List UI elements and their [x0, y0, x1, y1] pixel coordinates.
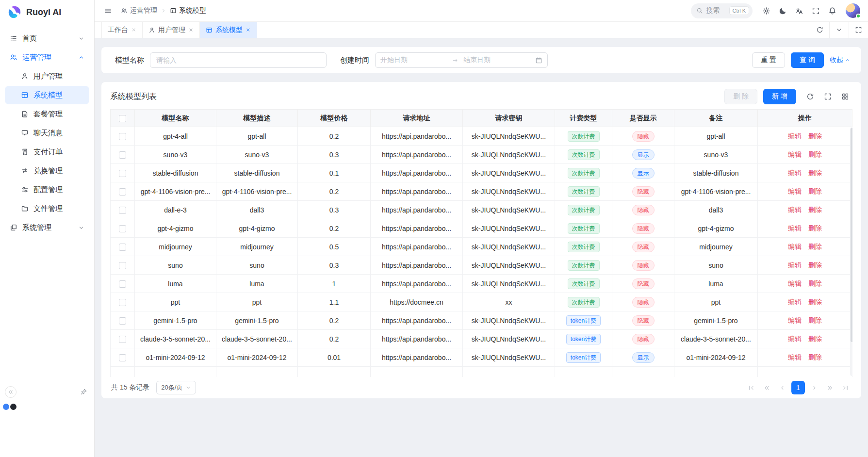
sidebar-item-pay-orders[interactable]: 支付订单: [5, 143, 89, 161]
edit-link[interactable]: 编辑: [788, 261, 802, 269]
query-button[interactable]: 查 询: [791, 52, 824, 68]
table-scrollbar[interactable]: [850, 127, 852, 376]
row-checkbox[interactable]: [119, 299, 126, 306]
delete-link[interactable]: 删除: [808, 132, 822, 140]
collapse-filter-link[interactable]: 收起: [830, 56, 851, 65]
visibility-badge: 隐藏: [632, 223, 655, 234]
sidebar-item-operations[interactable]: 运营管理: [5, 48, 89, 66]
delete-link[interactable]: 删除: [808, 206, 822, 213]
search-input[interactable]: 搜索 Ctrl K: [691, 3, 753, 18]
page-fast-prev-button[interactable]: [760, 381, 773, 394]
hamburger-button[interactable]: [99, 2, 116, 19]
delete-link[interactable]: 删除: [808, 243, 822, 250]
close-icon[interactable]: [131, 27, 136, 33]
dark-mode-button[interactable]: [774, 2, 791, 19]
row-checkbox[interactable]: [119, 317, 126, 325]
edit-link[interactable]: 编辑: [788, 132, 802, 140]
add-button[interactable]: 新 增: [763, 89, 796, 104]
row-checkbox[interactable]: [119, 280, 126, 288]
model-price-cell: 0.2: [298, 330, 371, 348]
page-last-button[interactable]: [839, 381, 852, 394]
edit-link[interactable]: 编辑: [788, 335, 802, 343]
table-columns-button[interactable]: [838, 89, 852, 104]
tabbar-refresh-button[interactable]: [810, 22, 829, 38]
scrollbar-thumb[interactable]: [851, 128, 852, 342]
row-checkbox[interactable]: [119, 336, 126, 343]
table-refresh-button[interactable]: [803, 89, 818, 104]
page-next-button[interactable]: [808, 381, 820, 394]
row-checkbox[interactable]: [119, 354, 126, 361]
select-all-checkbox[interactable]: [119, 115, 126, 122]
model-name-input[interactable]: [150, 52, 327, 68]
edit-link[interactable]: 编辑: [788, 353, 802, 361]
delete-link[interactable]: 删除: [808, 316, 822, 324]
sidebar-item-home[interactable]: 首页: [5, 29, 89, 48]
row-checkbox[interactable]: [119, 170, 126, 177]
breadcrumb-item[interactable]: 系统模型: [170, 6, 206, 15]
table-fullscreen-button[interactable]: [820, 89, 835, 104]
edit-link[interactable]: 编辑: [788, 243, 802, 250]
tab-models[interactable]: 系统模型: [200, 22, 257, 38]
tabbar-more-button[interactable]: [829, 22, 849, 38]
delete-link[interactable]: 删除: [808, 187, 822, 195]
date-range-input[interactable]: 开始日期 结束日期: [375, 52, 548, 68]
sidebar-item-files[interactable]: 文件管理: [5, 199, 89, 218]
row-checkbox[interactable]: [119, 133, 126, 140]
delete-link[interactable]: 删除: [808, 353, 822, 361]
delete-link[interactable]: 删除: [808, 224, 822, 232]
row-checkbox[interactable]: [119, 207, 126, 214]
edit-link[interactable]: 编辑: [788, 279, 802, 287]
edit-link[interactable]: 编辑: [788, 150, 802, 158]
avatar[interactable]: [846, 3, 860, 18]
page-fast-next-button[interactable]: [823, 381, 836, 394]
language-button[interactable]: [791, 2, 807, 19]
row-checkbox[interactable]: [119, 244, 126, 251]
edit-link[interactable]: 编辑: [788, 169, 802, 177]
delete-link[interactable]: 删除: [808, 169, 822, 177]
page-size-select[interactable]: 20条/页: [156, 381, 196, 394]
logo: Ruoyi AI: [0, 0, 94, 24]
edit-link[interactable]: 编辑: [788, 316, 802, 324]
table-row: pptppt1.1https://docmee.cnxx次数计费隐藏ppt编辑删…: [111, 293, 852, 311]
settings-button[interactable]: [758, 2, 774, 19]
page-prev-button[interactable]: [776, 381, 788, 394]
tab-users[interactable]: 用户管理: [143, 22, 200, 38]
sidebar-collapse-button[interactable]: [5, 386, 16, 398]
delete-link[interactable]: 删除: [808, 298, 822, 306]
row-checkbox[interactable]: [119, 225, 126, 232]
billing-type-tag: 次数计费: [568, 278, 600, 289]
edit-link[interactable]: 编辑: [788, 298, 802, 306]
row-checkbox[interactable]: [119, 151, 126, 159]
notifications-button[interactable]: [824, 2, 840, 19]
reset-button[interactable]: 重 置: [752, 52, 785, 68]
sidebar-item-chat-messages[interactable]: 聊天消息: [5, 124, 89, 142]
breadcrumb-item[interactable]: 运营管理: [121, 6, 157, 15]
sidebar-item-models[interactable]: 系统模型: [5, 86, 89, 104]
edit-link[interactable]: 编辑: [788, 224, 802, 232]
sidebar-item-packages[interactable]: 套餐管理: [5, 105, 89, 123]
close-icon[interactable]: [246, 27, 251, 33]
row-checkbox[interactable]: [119, 262, 126, 269]
edit-link[interactable]: 编辑: [788, 206, 802, 213]
fullscreen-button[interactable]: [807, 2, 824, 19]
breadcrumb-separator: [161, 8, 166, 14]
page-number-button[interactable]: 1: [791, 381, 805, 394]
tab-workbench[interactable]: 工作台: [101, 22, 143, 38]
sidebar-item-system[interactable]: 系统管理: [5, 218, 89, 237]
delete-link[interactable]: 删除: [808, 150, 822, 158]
page-first-button[interactable]: [745, 381, 757, 394]
delete-link[interactable]: 删除: [808, 335, 822, 343]
row-checkbox[interactable]: [119, 188, 126, 196]
edit-link[interactable]: 编辑: [788, 187, 802, 195]
pin-icon[interactable]: [80, 388, 87, 395]
request-key-cell: sk-JIUQLNndqSeKWU...: [463, 164, 555, 182]
batch-delete-button[interactable]: 删 除: [724, 89, 757, 104]
tabbar-maximize-button[interactable]: [849, 22, 868, 38]
close-icon[interactable]: [188, 27, 194, 33]
delete-link[interactable]: 删除: [808, 261, 822, 269]
sidebar-item-users[interactable]: 用户管理: [5, 67, 89, 85]
sidebar-item-config[interactable]: 配置管理: [5, 180, 89, 199]
delete-link[interactable]: 删除: [808, 279, 822, 287]
sidebar-item-redeem[interactable]: 兑换管理: [5, 162, 89, 180]
request-key-cell: sk-JIUQLNndqSeKWU...: [463, 219, 555, 238]
